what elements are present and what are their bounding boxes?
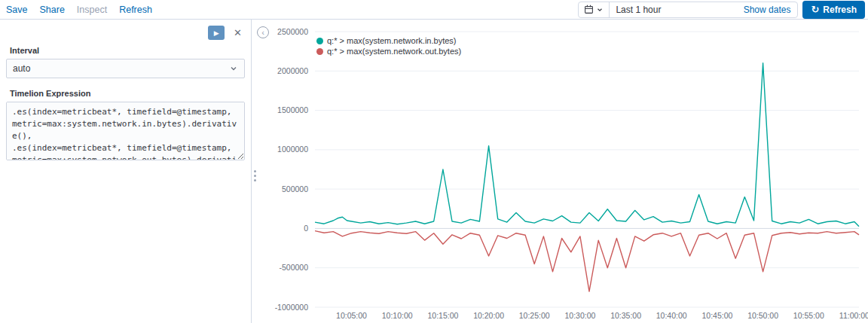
app-menu: Save Share Inspect Refresh <box>6 5 152 15</box>
svg-text:10:15:00: 10:15:00 <box>427 311 458 320</box>
legend-label: q:* > max(system.network.in.bytes) <box>327 36 456 45</box>
time-controls: Last 1 hour Show dates ↻ Refresh <box>578 1 865 19</box>
run-expression-button[interactable]: ▶ <box>208 26 225 40</box>
svg-text:-500000: -500000 <box>279 263 308 272</box>
legend-item-network-in[interactable]: q:* > max(system.network.in.bytes) <box>316 36 461 45</box>
refresh-button-label: Refresh <box>823 5 857 15</box>
svg-text:10:30:00: 10:30:00 <box>564 311 595 320</box>
chevron-down-icon <box>229 64 238 73</box>
interval-label: Interval <box>10 46 245 55</box>
legend-label: q:* > max(system.network.out.bytes) <box>327 47 461 56</box>
svg-text:10:35:00: 10:35:00 <box>610 311 641 320</box>
timelion-chart[interactable]: 25000002000000150000010000005000000-5000… <box>252 20 868 323</box>
interval-select[interactable]: auto <box>6 59 245 78</box>
refresh-icon: ↻ <box>811 5 819 14</box>
svg-text:500000: 500000 <box>282 184 308 193</box>
time-range-value[interactable]: Last 1 hour <box>610 5 736 15</box>
expression-label: Timelion Expression <box>10 89 245 98</box>
legend-item-network-out[interactable]: q:* > max(system.network.out.bytes) <box>316 47 461 56</box>
interval-value: auto <box>13 63 30 74</box>
refresh-menu-button[interactable]: Refresh <box>119 5 152 15</box>
svg-text:10:05:00: 10:05:00 <box>336 311 367 320</box>
svg-text:10:25:00: 10:25:00 <box>519 311 550 320</box>
quick-select-button[interactable] <box>579 2 610 17</box>
chevron-down-icon <box>596 6 604 14</box>
svg-text:10:50:00: 10:50:00 <box>747 311 778 320</box>
close-editor-button[interactable]: ✕ <box>232 26 243 39</box>
calendar-icon <box>584 5 594 14</box>
timelion-editor-panel: ▶ ✕ Interval auto Timelion Expression .e… <box>0 20 252 323</box>
time-range-picker[interactable]: Last 1 hour Show dates <box>578 2 798 18</box>
editor-panel-header: ▶ ✕ <box>6 26 243 40</box>
svg-text:1500000: 1500000 <box>277 105 308 114</box>
inspect-button[interactable]: Inspect <box>77 5 107 15</box>
svg-text:-1000000: -1000000 <box>275 303 309 312</box>
chart-legend: q:* > max(system.network.in.bytes) q:* >… <box>316 36 461 56</box>
svg-text:1000000: 1000000 <box>277 145 308 154</box>
top-navigation-bar: Save Share Inspect Refresh Last 1 hour S… <box>0 0 868 20</box>
svg-text:10:40:00: 10:40:00 <box>656 311 687 320</box>
legend-swatch <box>316 48 323 55</box>
legend-swatch <box>316 38 323 44</box>
show-dates-button[interactable]: Show dates <box>737 5 798 15</box>
svg-text:11:00:00: 11:00:00 <box>839 311 868 320</box>
play-icon: ▶ <box>214 29 219 37</box>
svg-text:10:10:00: 10:10:00 <box>382 311 413 320</box>
close-icon: ✕ <box>234 27 242 38</box>
timelion-expression-input[interactable]: .es(index=metricbeat*, timefield=@timest… <box>6 102 245 160</box>
svg-text:10:45:00: 10:45:00 <box>701 311 732 320</box>
svg-text:10:20:00: 10:20:00 <box>473 311 504 320</box>
main-content: ▶ ✕ Interval auto Timelion Expression .e… <box>0 20 868 323</box>
svg-text:0: 0 <box>304 224 308 233</box>
svg-text:2500000: 2500000 <box>277 27 308 36</box>
refresh-button[interactable]: ↻ Refresh <box>802 1 865 19</box>
share-button[interactable]: Share <box>40 5 65 15</box>
svg-text:10:55:00: 10:55:00 <box>793 311 824 320</box>
chart-panel: ‹ 25000002000000150000010000005000000-50… <box>252 20 868 323</box>
save-button[interactable]: Save <box>6 5 28 15</box>
svg-text:2000000: 2000000 <box>277 66 308 75</box>
